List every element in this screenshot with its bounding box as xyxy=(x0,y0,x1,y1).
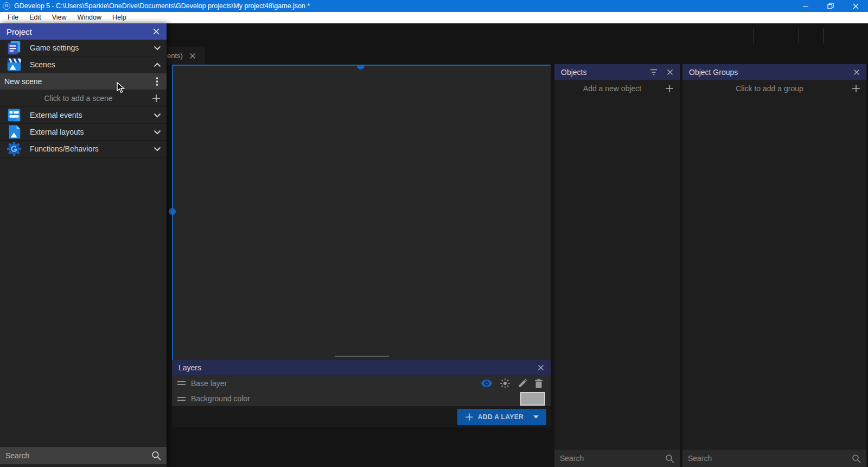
menu-view[interactable]: View xyxy=(47,12,72,23)
brightness-icon xyxy=(500,378,510,389)
menu-window[interactable]: Window xyxy=(72,12,107,23)
tab-close-button[interactable] xyxy=(189,53,196,59)
scene-name-label: New scene xyxy=(4,77,153,86)
layer-drag-handle-icon[interactable] xyxy=(177,397,186,401)
layers-panel: Layers Base layer xyxy=(172,360,551,427)
close-icon xyxy=(853,69,860,75)
close-window-button[interactable] xyxy=(843,0,868,12)
minimize-icon xyxy=(803,6,808,7)
game-settings-label: Game settings xyxy=(30,43,154,52)
tab-scene-events[interactable]: ents) xyxy=(163,47,205,65)
object-groups-search-bar xyxy=(682,450,866,467)
close-icon xyxy=(538,364,544,371)
object-groups-panel: Object Groups Click to add a group xyxy=(682,64,866,467)
layer-effects-button[interactable] xyxy=(500,378,510,389)
add-layer-label: ADD A LAYER xyxy=(478,413,524,421)
object-groups-empty-area xyxy=(682,97,866,450)
project-item-scenes[interactable]: Scenes xyxy=(0,56,167,73)
object-groups-panel-title: Object Groups xyxy=(689,68,853,77)
objects-list-empty-area xyxy=(554,97,680,450)
layer-row-base[interactable]: Base layer xyxy=(172,375,551,391)
functions-behaviors-label: Functions/Behaviors xyxy=(30,144,154,153)
eye-icon xyxy=(481,379,493,388)
dropdown-caret-icon[interactable] xyxy=(533,415,539,419)
toolbar-separator xyxy=(799,28,799,43)
project-panel-header: Project xyxy=(0,23,167,40)
layers-panel-resize-handle[interactable] xyxy=(335,356,389,357)
add-new-object-button[interactable]: Add a new object xyxy=(554,80,680,97)
plus-icon xyxy=(465,413,474,421)
object-groups-search-input[interactable] xyxy=(682,450,852,467)
chevron-down-icon[interactable] xyxy=(154,113,161,118)
layer-delete-button[interactable] xyxy=(534,378,543,388)
scene-canvas[interactable] xyxy=(172,65,551,360)
scenes-label: Scenes xyxy=(30,60,154,69)
chevron-down-icon[interactable] xyxy=(154,46,161,51)
project-item-external-layouts[interactable]: External layouts xyxy=(0,124,167,141)
menu-bar: File Edit View Window Help xyxy=(0,12,868,23)
layer-edit-button[interactable] xyxy=(518,378,527,388)
objects-panel-header: Objects xyxy=(554,64,680,80)
menu-edit[interactable]: Edit xyxy=(24,12,47,23)
title-bar: G GDevelop 5 - C:\Users\Sparkle\OneDrive… xyxy=(0,0,868,12)
restore-icon xyxy=(827,3,834,9)
project-item-functions-behaviors[interactable]: Functions/Behaviors xyxy=(0,141,167,157)
search-icon xyxy=(852,454,861,463)
add-group-label: Click to add a group xyxy=(688,84,851,93)
plus-icon xyxy=(851,84,861,93)
object-groups-close-button[interactable] xyxy=(853,69,860,75)
objects-search-bar xyxy=(554,450,680,467)
chevron-up-icon[interactable] xyxy=(154,62,161,67)
objects-close-button[interactable] xyxy=(667,69,673,75)
toolbar-separator xyxy=(754,28,754,43)
project-panel-title: Project xyxy=(7,27,152,36)
objects-panel: Objects Add a new object xyxy=(554,64,680,467)
canvas-resize-handle-left[interactable] xyxy=(169,208,176,215)
pencil-icon xyxy=(518,378,527,388)
layer-drag-handle-icon[interactable] xyxy=(177,381,186,385)
plus-icon[interactable] xyxy=(151,93,161,103)
close-window-icon xyxy=(853,3,859,9)
menu-file[interactable]: File xyxy=(2,12,24,23)
add-scene-label: Click to add a scene xyxy=(5,94,151,103)
add-group-button[interactable]: Click to add a group xyxy=(682,80,866,97)
objects-filter-button[interactable] xyxy=(649,69,658,75)
filter-icon xyxy=(649,69,658,75)
minimize-button[interactable] xyxy=(793,0,818,12)
add-scene-row[interactable]: Click to add a scene xyxy=(0,90,167,107)
objects-search-input[interactable] xyxy=(554,450,665,467)
project-close-button[interactable] xyxy=(152,28,160,35)
project-panel: Project Game settings Scenes New scene C… xyxy=(0,23,167,467)
add-new-object-label: Add a new object xyxy=(560,84,665,93)
layers-close-button[interactable] xyxy=(538,364,544,371)
external-layouts-label: External layouts xyxy=(30,128,154,136)
layers-panel-header: Layers xyxy=(172,360,551,375)
layer-name: Base layer xyxy=(191,379,475,388)
scenes-icon xyxy=(5,57,23,72)
chevron-down-icon[interactable] xyxy=(154,147,161,152)
project-search-input[interactable] xyxy=(0,447,151,464)
menu-help[interactable]: Help xyxy=(107,12,132,23)
project-item-external-events[interactable]: External events xyxy=(0,107,167,124)
scene-list-item-new-scene[interactable]: New scene xyxy=(0,73,167,90)
scene-options-button[interactable] xyxy=(153,77,162,86)
trash-icon xyxy=(534,378,543,388)
chevron-down-icon[interactable] xyxy=(154,130,161,135)
object-groups-panel-header: Object Groups xyxy=(682,64,866,80)
external-events-label: External events xyxy=(30,111,154,119)
functions-behaviors-icon xyxy=(5,141,23,156)
gdevelop-window: G GDevelop 5 - C:\Users\Sparkle\OneDrive… xyxy=(0,0,868,467)
search-icon xyxy=(151,451,161,460)
layers-footer: ADD A LAYER xyxy=(172,406,551,427)
window-title: GDevelop 5 - C:\Users\Sparkle\OneDrive\D… xyxy=(14,2,310,10)
external-events-icon xyxy=(5,108,23,123)
layer-visibility-button[interactable] xyxy=(481,379,493,388)
project-item-game-settings[interactable]: Game settings xyxy=(0,40,167,56)
restore-button[interactable] xyxy=(818,0,843,12)
layer-row-background-color[interactable]: Background color xyxy=(172,391,551,406)
background-color-swatch[interactable] xyxy=(520,392,545,406)
objects-panel-title: Objects xyxy=(561,68,649,77)
add-layer-button[interactable]: ADD A LAYER xyxy=(457,409,546,425)
gdevelop-logo-icon: G xyxy=(3,2,10,10)
toolbar-separator xyxy=(823,28,824,43)
